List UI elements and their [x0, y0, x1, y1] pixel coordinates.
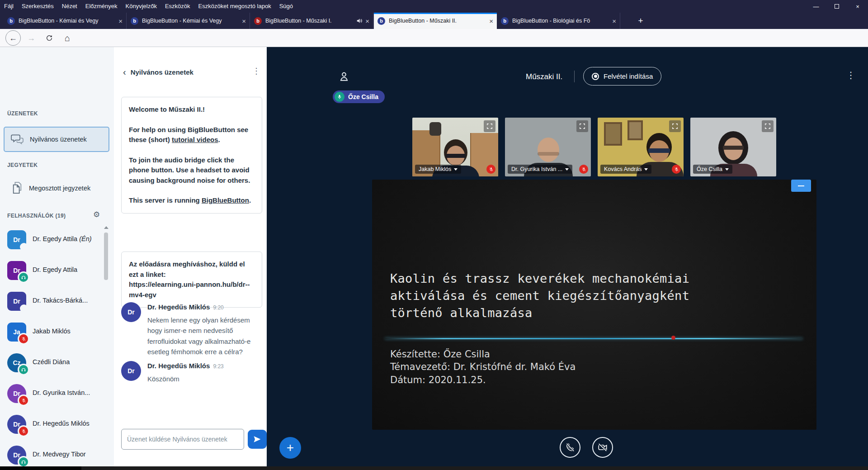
webcam-fullscreen-icon[interactable] [669, 120, 681, 132]
chat-message-input[interactable] [121, 429, 244, 450]
user-row[interactable]: Dr Dr. Egedy Attila (Én) [7, 230, 107, 252]
sidebar-item-shared-notes[interactable]: Megosztott jegyzetek [4, 177, 109, 199]
window-close-button[interactable]: × [847, 0, 868, 13]
tab-muszaki-2-active[interactable]: b BigBlueButton - Műszaki II. × [374, 13, 497, 29]
minimize-presentation-button[interactable] [791, 180, 811, 192]
tab-close-icon[interactable]: × [612, 17, 616, 25]
welcome-message-card: Welcome to Műszaki II.! For help on usin… [121, 97, 262, 214]
tab-kemiai-1[interactable]: b BigBlueButton - Kémiai és Vegy × [4, 13, 127, 29]
tutorial-videos-link[interactable]: tutorial videos [172, 136, 218, 143]
webcam-gyurika-istvan[interactable]: Dr. Gyurika István ... [505, 118, 591, 176]
menu-file[interactable]: Fájl [0, 0, 18, 13]
tab-close-icon[interactable]: × [489, 17, 493, 25]
webcam-fullscreen-icon[interactable] [762, 120, 774, 132]
muted-mic-icon [579, 165, 588, 174]
invite-link[interactable]: https://elearning.uni-pannon.hu/b/dr--mv… [129, 280, 255, 300]
messages-section-header: ÜZENETEK [7, 110, 38, 117]
tab-close-icon[interactable]: × [242, 17, 246, 25]
webcam-fullscreen-icon[interactable] [576, 120, 588, 132]
tab-close-icon[interactable]: × [118, 17, 123, 25]
reload-button[interactable] [42, 30, 57, 46]
webcam-jakab-miklos[interactable]: Jakab Miklós [412, 118, 498, 176]
slide-red-dot [671, 336, 675, 340]
user-row[interactable]: Dr Dr. Takács-Bárká... [7, 292, 107, 313]
notes-section-header: JEGYETEK [7, 162, 38, 168]
window-minimize-button[interactable]: — [806, 0, 826, 13]
chat-options-kebab-icon[interactable]: ⋮ [252, 66, 260, 76]
webcam-fullscreen-icon[interactable] [484, 120, 495, 132]
send-message-button[interactable] [248, 430, 267, 449]
tab-title: BigBlueButton - Műszaki II. [389, 18, 486, 24]
user-row[interactable]: Dr Dr. Egedy Attila [7, 261, 107, 283]
chat-title: Nyilvános üzenetek [131, 68, 193, 76]
user-name: Dr. Egedy Attila (Én) [33, 235, 92, 242]
muted-mic-icon [672, 165, 681, 174]
bbb-sidebar: ÜZENETEK Nyilvános üzenetek JEGYETEK Meg… [0, 47, 114, 466]
new-tab-button[interactable]: + [635, 15, 646, 27]
bigbluebutton-link[interactable]: BigBlueButton [202, 196, 249, 204]
chevron-down-icon [565, 168, 569, 171]
chevron-left-icon[interactable]: ‹ [123, 67, 126, 77]
talking-user-name: Őze Csilla [348, 93, 378, 100]
user-name: Dr. Gyurika István... [33, 389, 90, 396]
message-time: 9:20 [213, 304, 223, 311]
menu-bookmarks[interactable]: Könyvjelzők [122, 0, 161, 13]
tab-kemiai-2[interactable]: b BigBlueButton - Kémiai és Vegy × [127, 13, 250, 29]
webcam-kovacs-andras[interactable]: Kovács András [598, 118, 684, 176]
user-name: Dr. Takács-Bárká... [33, 297, 88, 304]
join-audio-button[interactable] [560, 437, 580, 458]
slide-title: Kaolin és trassz keverékek mechanokémiai… [390, 270, 689, 322]
public-chat-label: Nyilvános üzenetek [30, 136, 87, 143]
share-webcam-button[interactable] [592, 437, 613, 458]
user-row[interactable]: Dr Dr. Gyurika István... [7, 384, 107, 406]
main-options-kebab-icon[interactable]: ⋮ [846, 70, 855, 81]
user-row[interactable]: Dr Dr. Hegedűs Miklós [7, 415, 107, 437]
message-time: 9:23 [213, 363, 223, 370]
meeting-title: Műszaki II. [526, 72, 562, 81]
webcam-user-dropdown[interactable]: Kovács András [600, 165, 651, 174]
mic-on-icon [335, 92, 344, 102]
paper-plane-icon [253, 435, 262, 444]
record-button-label: Felvétel indítása [604, 72, 653, 80]
menu-history[interactable]: Előzmények [81, 0, 122, 13]
tab-title: BigBlueButton - Kémiai és Vegy [19, 18, 116, 24]
tab-audio-icon[interactable] [356, 18, 363, 24]
back-button[interactable]: ← [5, 30, 21, 46]
menu-edit[interactable]: Szerkesztés [18, 0, 58, 13]
user-row[interactable]: Dr Dr. Medvegy Tibor [7, 446, 107, 466]
talking-indicator[interactable]: Őze Csilla [333, 90, 385, 103]
webcam-user-dropdown[interactable]: Jakab Miklós [415, 165, 461, 174]
menu-tools[interactable]: Eszközök [161, 0, 194, 13]
users-settings-gear-icon[interactable]: ⚙ [93, 210, 100, 219]
forward-button[interactable]: → [24, 30, 39, 46]
user-row[interactable]: Cz Czédli Diána [7, 353, 107, 375]
sidebar-item-public-chat[interactable]: Nyilvános üzenetek [4, 127, 109, 152]
webcam-oze-csilla[interactable]: Őze Csilla [690, 118, 776, 176]
tab-biologiai[interactable]: b BigBlueButton - Biológiai és Fö × [497, 13, 620, 29]
start-recording-button[interactable]: Felvétel indítása [583, 67, 661, 85]
tab-close-icon[interactable]: × [365, 17, 369, 25]
avatar-notch [20, 243, 28, 251]
headphones-icon [19, 457, 28, 466]
menu-view[interactable]: Nézet [58, 0, 81, 13]
toggle-userlist-person-icon[interactable] [338, 71, 350, 82]
home-button[interactable]: ⌂ [60, 30, 75, 46]
user-row[interactable]: Ja Jakab Miklós [7, 323, 107, 344]
avatar-notch [20, 304, 28, 313]
shared-notes-icon [12, 181, 23, 195]
welcome-line: Welcome to Műszaki II.! [129, 104, 255, 115]
user-list-scroll-up-icon[interactable] [104, 226, 108, 229]
menu-shared-tabs[interactable]: Eszközöket megosztó lapok [194, 0, 275, 13]
presentation-slide[interactable]: Kaolin és trassz keverékek mechanokémiai… [372, 180, 816, 430]
tab-muszaki-1[interactable]: b BigBlueButton - Műszaki I. × [250, 13, 373, 29]
muted-mic-icon [19, 396, 28, 405]
bigbluebutton-favicon: b [377, 17, 385, 25]
window-maximize-button[interactable] [826, 0, 847, 13]
webcam-user-dropdown[interactable]: Őze Csilla [693, 165, 732, 174]
chat-header[interactable]: ‹ Nyilvános üzenetek [123, 67, 193, 77]
person-silhouette [538, 138, 559, 162]
menu-help[interactable]: Súgó [275, 0, 297, 13]
actions-plus-button[interactable]: + [279, 437, 301, 459]
maximize-icon [835, 4, 839, 9]
webcam-user-dropdown[interactable]: Dr. Gyurika István ... [508, 165, 572, 174]
